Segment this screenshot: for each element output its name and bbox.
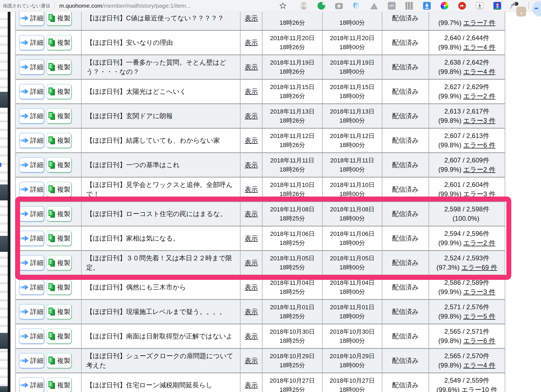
copy-button-label: 複製: [57, 356, 70, 365]
detail-button[interactable]: 詳細: [19, 108, 44, 124]
detail-button[interactable]: 詳細: [19, 304, 44, 319]
show-link[interactable]: 表示: [245, 112, 258, 120]
stats-count: 2,549 / 2,559件: [444, 376, 489, 385]
show-link[interactable]: 表示: [245, 63, 258, 71]
detail-button[interactable]: 詳細: [19, 353, 44, 368]
show-link[interactable]: 表示: [245, 161, 258, 169]
detail-button-label: 詳細: [30, 258, 43, 267]
detail-button[interactable]: 詳細: [19, 206, 44, 222]
lighthouse-icon[interactable]: [493, 2, 501, 10]
copy-button[interactable]: 複製: [46, 280, 72, 295]
detail-button[interactable]: 詳細: [19, 255, 44, 270]
error-link[interactable]: エラー6 件: [463, 337, 495, 344]
detail-button-label: 詳細: [30, 136, 43, 145]
evernote-icon[interactable]: [318, 2, 325, 10]
show-link[interactable]: 表示: [245, 307, 258, 316]
mail-title: 【ほぼ日刊】C値は最近使ってない？？？？？: [82, 12, 241, 30]
detail-button[interactable]: 詳細: [19, 377, 44, 392]
columns-icon[interactable]: [405, 2, 413, 10]
show-cell: 表示: [241, 178, 263, 201]
copy-button-label: 複製: [57, 112, 70, 120]
error-link[interactable]: エラー10 件: [461, 386, 497, 392]
detail-button[interactable]: 詳細: [19, 133, 44, 148]
show-link[interactable]: 表示: [245, 258, 258, 267]
copy-button[interactable]: 複製: [46, 255, 72, 270]
copy-button[interactable]: 複製: [46, 59, 72, 75]
scheduled-datetime-cell: 2018年11月19日 18時00分: [323, 55, 383, 79]
copy-button[interactable]: 複製: [46, 108, 72, 124]
delivery-status: 配信済み: [382, 202, 429, 226]
show-link[interactable]: 表示: [245, 283, 258, 292]
copy-button[interactable]: 複製: [46, 157, 72, 173]
copy-button[interactable]: 複製: [46, 182, 72, 197]
screen: 保護されていない通信 m.quohome.com/member/mailhist…: [0, 0, 541, 392]
color-wheel-icon[interactable]: [441, 2, 448, 10]
copy-button[interactable]: 複製: [46, 133, 72, 148]
copy-button[interactable]: 複製: [46, 328, 72, 344]
scheduled-time: 18時00分: [339, 336, 365, 345]
show-link[interactable]: 表示: [245, 356, 258, 365]
show-link[interactable]: 表示: [245, 14, 258, 23]
show-link[interactable]: 表示: [245, 381, 258, 390]
detail-button[interactable]: 詳細: [19, 182, 44, 197]
error-link[interactable]: エラー4 件: [463, 43, 495, 51]
copy-button[interactable]: 複製: [46, 12, 72, 26]
delivery-status: 配信済み: [382, 31, 429, 54]
copy-button[interactable]: 複製: [46, 84, 72, 99]
toolbar-divider: [54, 2, 55, 9]
copy-button-label: 複製: [57, 381, 70, 390]
copy-button[interactable]: 複製: [46, 206, 72, 222]
error-link[interactable]: エラー5 件: [463, 313, 495, 320]
sent-date: 2018年11月06日: [270, 229, 314, 238]
address-bar[interactable]: m.quohome.com/member/mailhistory/page:1/…: [59, 2, 191, 9]
camera-icon[interactable]: [335, 3, 343, 9]
detail-button[interactable]: 詳細: [19, 35, 44, 50]
error-link[interactable]: エラー2 件: [463, 92, 495, 100]
copy-button[interactable]: 複製: [46, 35, 72, 50]
detail-button[interactable]: 詳細: [19, 280, 44, 295]
copy-button[interactable]: 複製: [46, 377, 72, 392]
show-link[interactable]: 表示: [245, 209, 258, 218]
detail-button[interactable]: 詳細: [19, 231, 44, 246]
error-link[interactable]: エラー3 件: [463, 288, 495, 296]
copy-button[interactable]: 複製: [46, 304, 72, 319]
error-link[interactable]: エラー2 件: [463, 166, 495, 173]
error-link[interactable]: エラー3 件: [463, 117, 495, 124]
detail-button-label: 詳細: [30, 38, 43, 47]
detail-button[interactable]: 詳細: [19, 157, 44, 173]
fast-forward-icon[interactable]: [458, 2, 466, 10]
copy-button[interactable]: 複製: [46, 231, 72, 246]
show-link[interactable]: 表示: [245, 136, 258, 145]
detail-button[interactable]: 詳細: [19, 59, 44, 75]
bookmark-star-icon[interactable]: [279, 2, 287, 10]
detail-button[interactable]: 詳細: [19, 84, 44, 99]
error-link[interactable]: エラー7 件: [463, 19, 495, 26]
show-link[interactable]: 表示: [245, 38, 258, 47]
show-link[interactable]: 表示: [245, 87, 258, 96]
show-link[interactable]: 表示: [245, 185, 258, 194]
copy-pages-icon: [48, 258, 56, 267]
copy-button[interactable]: 複製: [46, 353, 72, 368]
drive-triangle-icon[interactable]: [370, 3, 378, 9]
waves-icon[interactable]: [353, 2, 360, 10]
error-link[interactable]: エラー3 件: [463, 190, 495, 198]
error-link[interactable]: エラー4 件: [463, 68, 495, 75]
error-link[interactable]: エラー4 件: [463, 361, 495, 369]
error-link[interactable]: エラー6 件: [463, 141, 495, 149]
show-link[interactable]: 表示: [245, 332, 258, 341]
detail-button[interactable]: 詳細: [19, 12, 44, 26]
grayscale-circle-icon[interactable]: [300, 2, 308, 10]
stats-count: 2,601 / 2,604件: [444, 180, 489, 189]
code-icon[interactable]: </>: [388, 2, 396, 10]
security-label[interactable]: 保護されていない通信: [0, 3, 50, 9]
show-link[interactable]: 表示: [245, 234, 258, 243]
download-box-icon[interactable]: [476, 2, 484, 10]
detail-button[interactable]: 詳細: [19, 328, 44, 344]
delivery-status: 配信済み: [382, 12, 429, 30]
download-blue-icon[interactable]: [423, 2, 431, 10]
mail-title: 【ほぼ日刊】ローコスト住宅の罠にはまるな。: [82, 202, 241, 226]
extension-badge[interactable]: [516, 7, 526, 16]
error-link[interactable]: エラー2 件: [463, 239, 495, 247]
error-link[interactable]: エラー69 件: [461, 264, 497, 271]
table-row: 詳細 複製 【ほぼ日刊】偶然にも三木市から 表示 2018年11月04日 18時…: [16, 275, 505, 300]
